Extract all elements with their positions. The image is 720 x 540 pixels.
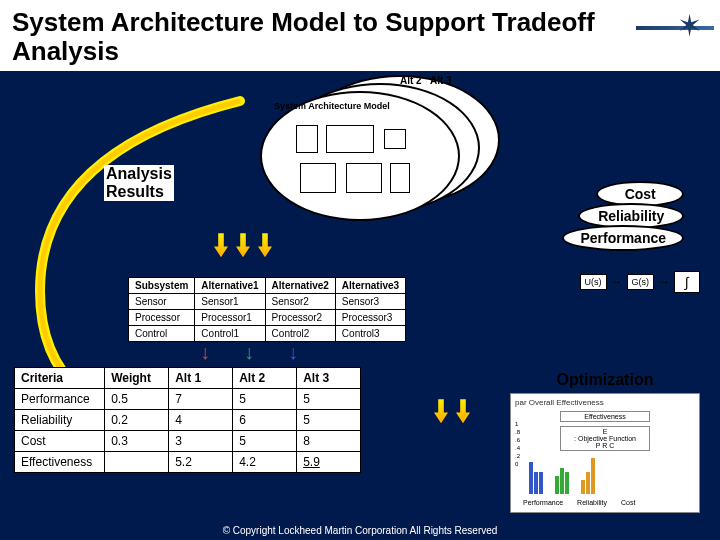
arrow-down-green-icon: ↓ (244, 341, 254, 364)
down-arrows-right (434, 399, 470, 423)
opt-bar-labels: Performance Reliability Cost (523, 499, 635, 506)
analysis-type-tags: Cost Reliability Performance (562, 181, 684, 247)
content-area: Alt 2 Alt 3 System Architecture Model An… (0, 71, 720, 540)
table-row: Reliability0.2465 (15, 410, 361, 431)
col-subsystem: Subsystem (129, 278, 195, 294)
arrow-down-icon (236, 233, 250, 257)
block-g: G(s) (627, 274, 655, 290)
table-row: ProcessorProcessor1Processor2Processor3 (129, 310, 406, 326)
tag-performance: Performance (562, 225, 684, 251)
opt-chart-title: par Overall Effectiveness (515, 398, 695, 407)
colored-down-arrows: ↓ ↓ ↓ (200, 341, 298, 364)
block-u: U(s) (580, 274, 607, 290)
col-alt3: Alternative3 (335, 278, 405, 294)
arrow-down-icon (214, 233, 228, 257)
arrow-right-icon: → (611, 275, 623, 289)
optimization-label: Optimization (510, 371, 700, 389)
analysis-results-label: Analysis Results (104, 165, 174, 201)
arrow-down-icon (258, 233, 272, 257)
col-alt1: Alternative1 (195, 278, 265, 294)
table-row: Cost0.3358 (15, 431, 361, 452)
page-title: System Architecture Model to Support Tra… (12, 8, 636, 65)
opt-bars (529, 448, 595, 494)
optimization-chart: par Overall Effectiveness Effectiveness … (510, 393, 700, 513)
arrow-right-icon: → (658, 275, 670, 289)
table-row: Performance0.5755 (15, 389, 361, 410)
optimization-panel: Optimization par Overall Effectiveness E… (510, 371, 700, 513)
title-bar: System Architecture Model to Support Tra… (0, 0, 720, 71)
criteria-weight-table: Criteria Weight Alt 1 Alt 2 Alt 3 Perfor… (14, 367, 361, 473)
table-row-effectiveness: Effectiveness5.24.25.9 (15, 452, 361, 473)
table-row: ControlControl1Control2Control3 (129, 326, 406, 342)
copyright-footer: © Copyright Lockheed Martin Corporation … (0, 525, 720, 536)
col-criteria: Criteria (15, 368, 105, 389)
col-alt2: Alt 2 (233, 368, 297, 389)
col-alt2: Alternative2 (265, 278, 335, 294)
architecture-mini-diagram (292, 121, 422, 203)
col-weight: Weight (105, 368, 169, 389)
subsystem-alternatives-table: Subsystem Alternative1 Alternative2 Alte… (128, 277, 406, 342)
block-integral: ∫ (674, 271, 700, 293)
arrow-down-red-icon: ↓ (200, 341, 210, 364)
performance-block-diagram: U(s) → G(s) → ∫ (580, 271, 701, 293)
system-architecture-model-label: System Architecture Model (274, 101, 390, 111)
opt-y-axis: 1.8.6.4.20 (515, 420, 520, 468)
effectiveness-box: Effectiveness (560, 411, 650, 422)
lockheed-star-icon (636, 8, 708, 56)
alt-label-2: Alt 2 (400, 75, 422, 86)
col-alt1: Alt 1 (169, 368, 233, 389)
arrow-down-blue-icon: ↓ (288, 341, 298, 364)
down-arrows-top (214, 233, 272, 257)
alt-label-3: Alt 3 (430, 75, 452, 86)
arrow-down-icon (456, 399, 470, 423)
col-alt3: Alt 3 (297, 368, 361, 389)
table-row: SensorSensor1Sensor2Sensor3 (129, 294, 406, 310)
arrow-down-icon (434, 399, 448, 423)
